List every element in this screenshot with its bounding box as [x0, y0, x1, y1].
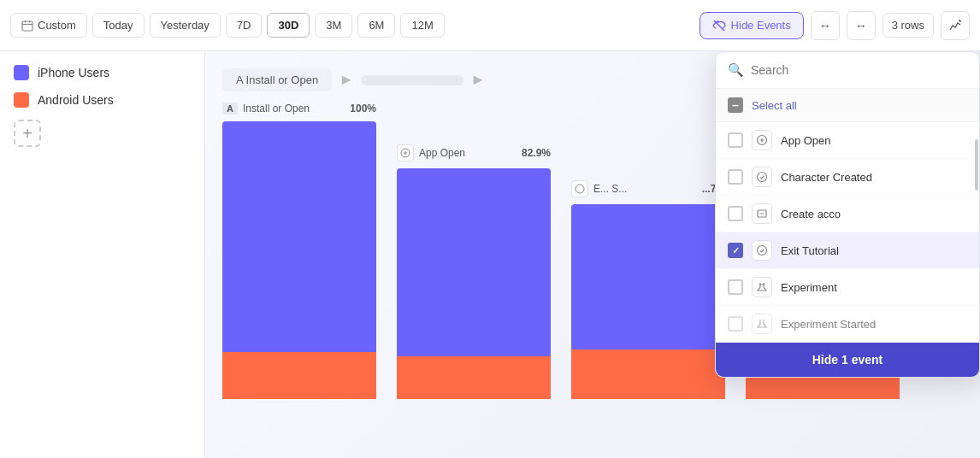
iphone-label: iPhone Users — [38, 66, 109, 79]
dropdown-item-experiment-started[interactable]: Experiment Started — [716, 306, 979, 343]
bar-wrapper-2 — [397, 168, 551, 399]
bar-purple-3 — [571, 204, 725, 349]
dropdown-search-row: 🔍 — [716, 52, 979, 89]
iphone-color-dot — [14, 65, 29, 80]
arrow-left-icon-btn[interactable]: ↔ — [811, 11, 840, 40]
bar-orange-2 — [397, 356, 551, 399]
dropdown-item-character-created[interactable]: Character Created — [716, 159, 979, 196]
bar-group-3: E... S... ...7% — [571, 180, 725, 399]
scrollbar-track — [974, 122, 979, 343]
hide-event-footer[interactable]: Hide 1 event — [716, 343, 979, 377]
event-icon-3 — [571, 180, 588, 197]
checkbox-create-acco[interactable] — [728, 206, 743, 221]
bar-label-2: App Open — [419, 147, 465, 159]
item-label-experiment: Experiment — [781, 281, 837, 294]
event-icon-exit-tutorial — [752, 240, 772, 261]
hide-events-button[interactable]: Hide Events — [700, 12, 804, 39]
bar-pct-2: 82.9% — [522, 147, 551, 159]
yesterday-button[interactable]: Yesterday — [150, 13, 221, 38]
event-icon-experiment-started — [752, 314, 772, 334]
bar-label-1: Install or Open — [243, 103, 310, 114]
bar-purple-1 — [222, 121, 376, 352]
sidebar: iPhone Users Android Users + — [0, 51, 205, 458]
dropdown-item-experiment[interactable]: Experiment — [716, 269, 979, 306]
search-input[interactable] — [751, 63, 967, 77]
eye-slash-icon — [712, 19, 726, 32]
export-icon-btn[interactable] — [941, 11, 970, 40]
bar-group-1: A Install or Open 100% — [222, 103, 376, 399]
funnel-arrow: ► — [339, 71, 354, 89]
svg-rect-0 — [22, 21, 32, 31]
dropdown-item-create-acco[interactable]: Create acco — [716, 196, 979, 232]
custom-button[interactable]: Custom — [10, 13, 87, 38]
rows-label: 3 rows — [883, 13, 934, 38]
bar-title-2: App Open 82.9% — [397, 144, 551, 161]
dropdown-item-app-open[interactable]: App Open — [716, 122, 979, 159]
arrow-right-icon-btn[interactable]: ↔ — [847, 11, 876, 40]
bar-wrapper-1 — [222, 121, 376, 399]
chart-icon — [949, 20, 961, 32]
select-all-label: Select all — [752, 99, 797, 112]
svg-point-12 — [758, 246, 767, 255]
3m-button[interactable]: 3M — [315, 13, 352, 38]
item-label-exit-tutorial: Exit Tutorial — [781, 244, 839, 257]
item-label-character-created: Character Created — [781, 171, 872, 184]
event-icon-create-acco — [752, 203, 772, 224]
today-button[interactable]: Today — [92, 13, 145, 38]
7d-button[interactable]: 7D — [226, 13, 263, 38]
toolbar-right: Hide Events ↔ ↔ 3 rows — [700, 11, 970, 40]
funnel-step-2 — [361, 75, 463, 85]
item-label-app-open: App Open — [781, 134, 831, 147]
30d-button[interactable]: 30D — [267, 13, 310, 38]
legend-iphone: iPhone Users — [14, 65, 191, 80]
event-icon-character-created — [752, 167, 772, 187]
main-layout: iPhone Users Android Users + A Install o… — [0, 51, 980, 458]
legend-android: Android Users — [14, 92, 191, 108]
dropdown-list: App Open Character Created Create — [716, 122, 979, 343]
bar-orange-3 — [571, 349, 725, 399]
svg-point-7 — [576, 185, 584, 193]
events-dropdown: 🔍 – Select all App Open — [715, 51, 980, 378]
bar-purple-2 — [397, 168, 551, 356]
checkbox-exit-tutorial[interactable] — [728, 243, 743, 258]
checkbox-experiment[interactable] — [728, 279, 743, 295]
bar-title-3: E... S... ...7% — [571, 180, 725, 197]
toolbar: Custom Today Yesterday 7D 30D 3M 6M 12M — [0, 0, 980, 51]
svg-point-10 — [758, 173, 767, 182]
12m-button[interactable]: 12M — [400, 13, 444, 38]
add-cohort-button[interactable]: + — [14, 120, 41, 147]
checkbox-character-created[interactable] — [728, 169, 743, 185]
funnel-step-label: A Install or Open — [222, 68, 332, 91]
bar-title-1: A Install or Open 100% — [222, 103, 376, 114]
bar-group-2: App Open 82.9% — [397, 144, 551, 399]
bar-orange-1 — [222, 352, 376, 399]
item-label-create-acco: Create acco — [781, 208, 841, 220]
search-icon: 🔍 — [728, 62, 744, 78]
hide-event-label: Hide 1 event — [812, 353, 883, 367]
event-icon-experiment — [752, 277, 772, 297]
toolbar-left: Custom Today Yesterday 7D 30D 3M 6M 12M — [10, 13, 694, 38]
android-color-dot — [14, 92, 29, 108]
event-icon-app-open — [752, 130, 772, 150]
item-label-experiment-started: Experiment Started — [781, 318, 876, 331]
android-label: Android Users — [38, 93, 114, 107]
calendar-icon — [21, 20, 33, 32]
chart-area: A Install or Open ► ► A Install or Open … — [205, 51, 980, 458]
minus-icon: – — [728, 97, 743, 113]
funnel-arrow-2: ► — [470, 71, 486, 89]
event-icon-2 — [397, 144, 414, 161]
bar-pct-1: 100% — [350, 103, 376, 114]
select-all-row[interactable]: – Select all — [716, 89, 979, 122]
checkbox-experiment-started[interactable] — [728, 316, 743, 332]
scrollbar-thumb[interactable] — [975, 139, 978, 191]
dropdown-item-exit-tutorial[interactable]: Exit Tutorial — [716, 232, 979, 269]
bar-letter-1: A — [222, 103, 238, 114]
bar-label-3: E... S... — [593, 183, 627, 195]
6m-button[interactable]: 6M — [357, 13, 395, 38]
checkbox-app-open[interactable] — [728, 132, 743, 148]
bar-wrapper-3 — [571, 204, 725, 399]
